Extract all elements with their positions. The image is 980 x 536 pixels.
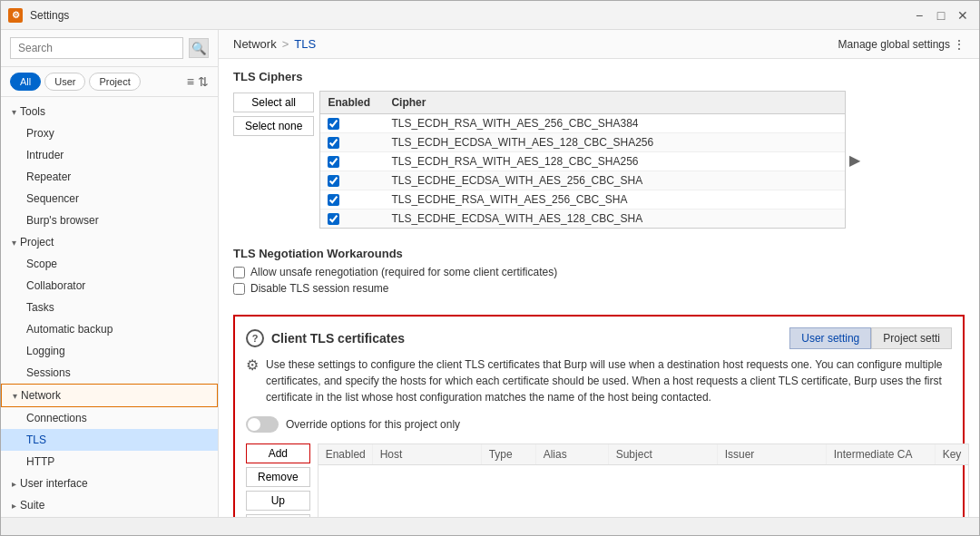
maximize-button[interactable]: □ bbox=[932, 6, 950, 24]
title-bar: ⚙ Settings − □ ✕ bbox=[1, 1, 979, 30]
gear-icon: ⚙ bbox=[246, 356, 259, 405]
select-all-button[interactable]: Select all bbox=[233, 93, 314, 112]
cipher-row-2: TLS_ECDH_RSA_WITH_AES_128_CBC_SHA256 bbox=[320, 152, 845, 171]
sidebar-section-suite[interactable]: ▸ Suite bbox=[1, 494, 218, 516]
remove-cert-button[interactable]: Remove bbox=[246, 467, 310, 487]
sidebar-item-tls[interactable]: TLS bbox=[1, 429, 218, 451]
negotiation-label-1: Disable TLS session resume bbox=[250, 282, 389, 295]
cert-content: Add Remove Up Down Enabled Host Type Ali… bbox=[246, 443, 952, 517]
breadcrumb: Network > TLS bbox=[233, 37, 316, 51]
filter-user-button[interactable]: User bbox=[44, 73, 85, 91]
tls-ciphers-title: TLS Ciphers bbox=[233, 70, 965, 83]
cert-col-issuer: Issuer bbox=[718, 444, 827, 464]
breadcrumb-separator: > bbox=[282, 37, 289, 51]
cert-col-enabled: Enabled bbox=[318, 444, 373, 464]
client-tls-description: Use these settings to configure the clie… bbox=[266, 356, 952, 405]
sidebar-item-intruder[interactable]: Intruder bbox=[1, 144, 218, 166]
project-caret: ▾ bbox=[12, 238, 16, 248]
sidebar-item-sessions[interactable]: Sessions bbox=[1, 362, 218, 384]
cipher-checkbox-1[interactable] bbox=[328, 137, 339, 149]
suite-label: Suite bbox=[20, 499, 44, 512]
cipher-row-0: TLS_ECDH_RSA_WITH_AES_256_CBC_SHA384 bbox=[320, 114, 845, 133]
minimize-button[interactable]: − bbox=[910, 6, 928, 24]
sidebar-item-browser[interactable]: Burp's browser bbox=[1, 210, 218, 231]
sidebar-item-connections[interactable]: Connections bbox=[1, 407, 218, 429]
main-window: ⚙ Settings − □ ✕ 🔍 All User Project ≡ bbox=[0, 0, 980, 536]
cipher-checkbox-4[interactable] bbox=[328, 194, 339, 206]
main-content: 🔍 All User Project ≡ ⇅ ▾ Tools Proxy bbox=[1, 30, 979, 517]
cipher-name-4: TLS_ECDHE_RSA_WITH_AES_256_CBC_SHA bbox=[384, 190, 845, 209]
filter-project-button[interactable]: Project bbox=[89, 73, 140, 91]
toggle-knob bbox=[248, 418, 260, 431]
sidebar-section-network[interactable]: ▾ Network bbox=[1, 384, 218, 407]
sidebar-item-sequencer[interactable]: Sequencer bbox=[1, 188, 218, 210]
negotiation-checkbox-1[interactable] bbox=[233, 283, 245, 295]
sidebar-item-http[interactable]: HTTP bbox=[1, 451, 218, 473]
bottom-bar bbox=[1, 517, 979, 535]
project-label: Project bbox=[20, 236, 54, 249]
right-panel: Network > TLS Manage global settings ⋮ T… bbox=[219, 30, 979, 517]
nav-tree: ▾ Tools Proxy Intruder Repeater Sequence… bbox=[1, 97, 218, 517]
tls-ciphers-section: TLS Ciphers Select all Select none Enabl… bbox=[219, 59, 979, 239]
help-icon: ? bbox=[246, 329, 264, 347]
up-cert-button[interactable]: Up bbox=[246, 491, 310, 511]
filter-bar: All User Project ≡ ⇅ bbox=[1, 67, 218, 97]
ui-caret: ▸ bbox=[12, 479, 16, 489]
filter-icon-2[interactable]: ⇅ bbox=[198, 74, 209, 89]
title-bar-left: ⚙ Settings bbox=[8, 8, 69, 23]
tls-negotiation-title: TLS Negotiation Workarounds bbox=[233, 247, 965, 260]
filter-all-button[interactable]: All bbox=[10, 73, 41, 91]
sidebar-section-project[interactable]: ▾ Project bbox=[1, 231, 218, 253]
sidebar-item-tasks[interactable]: Tasks bbox=[1, 297, 218, 318]
app-icon: ⚙ bbox=[8, 8, 23, 23]
tools-caret: ▾ bbox=[12, 107, 16, 117]
window-title: Settings bbox=[30, 9, 69, 22]
sidebar-item-repeater[interactable]: Repeater bbox=[1, 166, 218, 188]
add-cert-button[interactable]: Add bbox=[246, 443, 310, 463]
sidebar-section-tools[interactable]: ▾ Tools bbox=[1, 101, 218, 122]
search-button[interactable]: 🔍 bbox=[189, 38, 209, 58]
tls-negotiation-section: TLS Negotiation Workarounds Allow unsafe… bbox=[219, 239, 979, 306]
panel-content: TLS Ciphers Select all Select none Enabl… bbox=[219, 59, 979, 517]
project-setting-tab[interactable]: Project setti bbox=[871, 327, 952, 349]
select-none-button[interactable]: Select none bbox=[233, 116, 314, 136]
cert-toolbar: Add Remove Up Down bbox=[246, 443, 310, 517]
cipher-row-5: TLS_ECDHE_ECDSA_WITH_AES_128_CBC_SHA bbox=[320, 210, 845, 228]
sidebar-section-user-interface[interactable]: ▸ User interface bbox=[1, 473, 218, 494]
cipher-checkbox-0[interactable] bbox=[328, 118, 339, 130]
cipher-checkbox-5[interactable] bbox=[328, 213, 339, 225]
breadcrumb-current: TLS bbox=[294, 37, 316, 51]
negotiation-checkbox-0[interactable] bbox=[233, 267, 245, 278]
cipher-scroll-arrow[interactable]: ▶ bbox=[846, 91, 860, 229]
override-toggle[interactable] bbox=[246, 416, 279, 433]
user-setting-tab[interactable]: User setting bbox=[789, 327, 871, 349]
client-tls-desc: ⚙ Use these settings to configure the cl… bbox=[246, 356, 952, 405]
negotiation-label-0: Allow unsafe renegotiation (required for… bbox=[250, 266, 557, 278]
cipher-table-header: Enabled Cipher bbox=[320, 92, 845, 114]
manage-settings-label: Manage global settings bbox=[838, 38, 950, 51]
cert-col-key: Key bbox=[936, 444, 969, 464]
close-button[interactable]: ✕ bbox=[954, 6, 972, 24]
sidebar-item-proxy[interactable]: Proxy bbox=[1, 122, 218, 144]
sidebar-item-scope[interactable]: Scope bbox=[1, 253, 218, 275]
sidebar-item-backup[interactable]: Automatic backup bbox=[1, 318, 218, 340]
filter-icon-1[interactable]: ≡ bbox=[187, 74, 194, 89]
cert-col-type: Type bbox=[482, 444, 536, 464]
network-caret: ▾ bbox=[13, 391, 17, 401]
sidebar-item-logging[interactable]: Logging bbox=[1, 340, 218, 362]
cipher-checkbox-3[interactable] bbox=[328, 175, 339, 187]
filter-icons: ≡ ⇅ bbox=[187, 74, 209, 89]
cipher-checkbox-2[interactable] bbox=[328, 156, 339, 168]
cipher-row-4: TLS_ECDHE_RSA_WITH_AES_256_CBC_SHA bbox=[320, 190, 845, 210]
cipher-name-5: TLS_ECDHE_ECDSA_WITH_AES_128_CBC_SHA bbox=[384, 210, 845, 228]
sidebar-item-collaborator[interactable]: Collaborator bbox=[1, 275, 218, 297]
client-tls-header: ? Client TLS certificates User setting P… bbox=[246, 327, 952, 349]
client-tls-section: ? Client TLS certificates User setting P… bbox=[233, 315, 965, 517]
search-input[interactable] bbox=[10, 37, 183, 59]
manage-settings-button[interactable]: Manage global settings ⋮ bbox=[838, 38, 965, 51]
breadcrumb-network[interactable]: Network bbox=[233, 37, 277, 51]
cipher-header-name: Cipher bbox=[384, 94, 845, 111]
cipher-row-3: TLS_ECDHE_ECDSA_WITH_AES_256_CBC_SHA bbox=[320, 171, 845, 190]
setting-tab-group: User setting Project setti bbox=[789, 327, 952, 349]
search-box: 🔍 bbox=[1, 30, 218, 67]
